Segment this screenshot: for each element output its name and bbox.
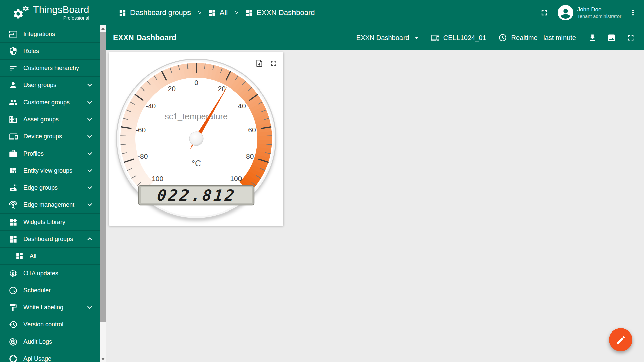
- sidebar-item-white-labeling[interactable]: White Labeling: [0, 299, 100, 316]
- sidebar-item-user-groups[interactable]: User groups: [0, 77, 100, 94]
- fullscreen-icon[interactable]: [626, 33, 635, 42]
- edit-dashboard-fab[interactable]: [609, 328, 632, 351]
- scrollbar-down-arrow[interactable]: [100, 356, 106, 362]
- dashboard-select-value: EXXN Dashboard: [356, 34, 409, 42]
- gauge-tick-label: 80: [246, 152, 254, 160]
- sidebar-item-ota-updates[interactable]: OTA updates: [0, 265, 100, 282]
- sidebar-item-label: Entity view groups: [23, 167, 72, 174]
- sidebar-item-integrations[interactable]: Integrations: [0, 25, 100, 43]
- sidebar-item-edge-groups[interactable]: Edge groups: [0, 179, 100, 196]
- sidebar-item-api-usage[interactable]: Api Usage: [0, 350, 100, 362]
- gauge-tick-label: -80: [138, 152, 148, 160]
- sidebar-item-label: Customers hierarchy: [23, 65, 79, 72]
- scrollbar-up-arrow[interactable]: [100, 25, 106, 32]
- sidebar-item-version-control[interactable]: Version control: [0, 316, 100, 333]
- sidebar-menu: IntegrationsRolesCustomers hierarchyUser…: [0, 25, 100, 362]
- breadcrumb-all[interactable]: All: [208, 8, 228, 17]
- chevron-down-icon: [85, 200, 94, 209]
- sidebar-item-asset-groups[interactable]: Asset groups: [0, 111, 100, 128]
- dashboard-title: EXXN Dashboard: [113, 33, 176, 42]
- download-icon[interactable]: [588, 33, 597, 42]
- sidebar-item-label: Profiles: [23, 150, 44, 157]
- sidebar-item-edge-management[interactable]: Edge management: [0, 196, 100, 214]
- profiles-icon: [9, 149, 18, 158]
- dashboard-content: -100-80-60-40-20020406080100sc1_temperat…: [106, 50, 644, 362]
- widget-actions: [255, 59, 278, 68]
- app-edition: Professional: [33, 15, 89, 21]
- breadcrumb-label: EXXN Dashboard: [257, 8, 315, 17]
- edge-groups-icon: [9, 183, 18, 192]
- chevron-down-icon: [85, 80, 94, 90]
- gauge-needle-hub: [189, 132, 203, 146]
- chevron-down-icon: [85, 303, 94, 312]
- edge-management-icon: [9, 200, 18, 209]
- breadcrumb-label: All: [220, 8, 228, 17]
- thingsboard-logo-icon: [12, 5, 30, 20]
- user-menu[interactable]: John Doe Tenant administrator: [577, 6, 621, 20]
- avatar[interactable]: [558, 5, 573, 20]
- sidebar-item-profiles[interactable]: Profiles: [0, 145, 100, 162]
- asset-groups-icon: [9, 115, 18, 124]
- sidebar-item-customer-groups[interactable]: Customer groups: [0, 94, 100, 111]
- sidebar-item-all[interactable]: All: [0, 248, 100, 265]
- sidebar-item-widgets-library[interactable]: Widgets Library: [0, 214, 100, 231]
- sidebar: IntegrationsRolesCustomers hierarchyUser…: [0, 25, 100, 362]
- sidebar-item-dashboard-groups[interactable]: Dashboard groups: [0, 231, 100, 248]
- customer-groups-icon: [9, 98, 18, 107]
- toolbar-icon-buttons: [588, 33, 635, 42]
- breadcrumb-exxn-dashboard[interactable]: EXXN Dashboard: [245, 8, 315, 17]
- gauge-value: 022.812: [156, 186, 237, 204]
- breadcrumb-label: Dashboard groups: [130, 8, 191, 17]
- dashboards-icon: [208, 9, 216, 17]
- app-logo[interactable]: ThingsBoard Professional: [0, 5, 100, 20]
- scrollbar-thumb[interactable]: [100, 32, 106, 322]
- dashboards-icon: [119, 9, 126, 17]
- dashboard-select[interactable]: EXXN Dashboard: [356, 34, 419, 42]
- breadcrumb-separator: >: [234, 9, 238, 17]
- timewindow-value: Realtime - last minute: [511, 34, 576, 42]
- app-title: ThingsBoard: [33, 5, 89, 15]
- gauge-tick-label: 40: [238, 102, 246, 110]
- sidebar-item-label: Edge management: [23, 201, 74, 208]
- gauge-widget-card: -100-80-60-40-20020406080100sc1_temperat…: [109, 52, 283, 226]
- gauge-tick-label: 0: [194, 79, 198, 86]
- gauge-title: sc1_temperature: [165, 112, 228, 121]
- dashboards-icon: [245, 9, 253, 17]
- sidebar-item-label: Dashboard groups: [23, 236, 73, 243]
- sidebar-item-entity-view-groups[interactable]: Entity view groups: [0, 162, 100, 179]
- sidebar-item-device-groups[interactable]: Device groups: [0, 128, 100, 145]
- timewindow-button[interactable]: Realtime - last minute: [498, 33, 576, 42]
- chevron-down-icon: [85, 166, 94, 175]
- sidebar-item-scheduler[interactable]: Scheduler: [0, 282, 100, 299]
- more-menu-icon[interactable]: [629, 8, 637, 17]
- sidebar-item-customers-hierarchy[interactable]: Customers hierarchy: [0, 60, 100, 77]
- customers-hierarchy-icon: [9, 64, 18, 73]
- image-icon[interactable]: [607, 33, 616, 42]
- chevron-down-icon: [85, 132, 94, 141]
- fullscreen-icon[interactable]: [540, 8, 549, 17]
- export-widget-data-icon[interactable]: [255, 59, 264, 68]
- gauge-tick-label: 100: [230, 175, 242, 182]
- ota-updates-icon: [9, 269, 18, 278]
- sidebar-scrollbar[interactable]: [100, 25, 106, 362]
- sidebar-item-audit-logs[interactable]: Audit Logs: [0, 333, 100, 350]
- user-role: Tenant administrator: [577, 13, 621, 20]
- clock-icon: [498, 33, 507, 42]
- widget-fullscreen-icon[interactable]: [269, 59, 278, 68]
- audit-logs-icon: [9, 337, 18, 346]
- device-icon: [431, 33, 439, 42]
- sidebar-item-label: Widgets Library: [23, 219, 65, 226]
- sidebar-item-label: Audit Logs: [23, 338, 52, 345]
- entity-select[interactable]: CELL1024_01: [431, 33, 486, 42]
- widgets-library-icon: [9, 218, 18, 227]
- top-header: ThingsBoard Professional Dashboard group…: [0, 0, 644, 25]
- chevron-down-icon: [85, 98, 94, 107]
- dashboard-toolbar: EXXN Dashboard EXXN Dashboard CELL1024_0…: [106, 25, 644, 50]
- breadcrumb-dashboard-groups[interactable]: Dashboard groups: [119, 8, 191, 17]
- sidebar-item-roles[interactable]: Roles: [0, 43, 100, 60]
- gauge-tick-label: 60: [248, 126, 256, 134]
- sidebar-item-label: Scheduler: [23, 287, 51, 294]
- scheduler-icon: [9, 286, 18, 295]
- sidebar-item-label: Customer groups: [23, 99, 70, 106]
- toolbar-controls: EXXN Dashboard CELL1024_01 Realtime - la…: [356, 33, 635, 42]
